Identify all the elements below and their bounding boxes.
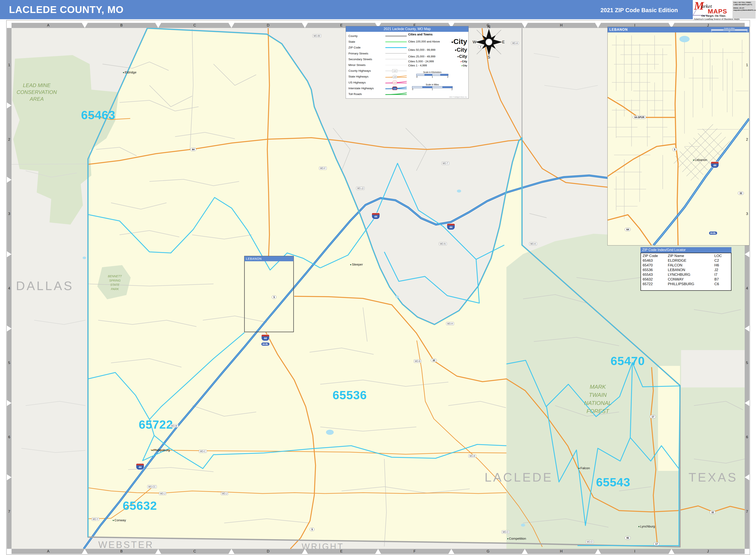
map-legend: 2021 Laclede County, MO Map County State… [346,26,469,99]
zip-index-row: 65722 PHILLIPSBURG C6 [641,282,731,287]
svg-text:123: 123 [393,76,396,78]
zip-index-table: ZIP Code Index/Grid Locator ZIP Code ZIP… [640,247,731,291]
lebanon-inset-map: LEBANON Scale in Miles 0 .25 .5 [607,27,749,246]
legend-cities: Cities and Towns Cities 100,000 and Abov… [408,33,467,68]
zip-index-row: 65536 LEBANON J2 [641,268,731,272]
inset-title-bar: LEBANON Scale in Miles 0 .25 .5 [607,27,749,33]
page: LACLEDE COUNTY, MO 2021 ZIP Code Basic E… [0,0,756,555]
zip-index-row: 65470 FALCON H6 [641,263,731,268]
zip-index-row: 65632 CONWAY B7 [641,277,731,282]
zip-index-row: 65463 ELDRIDGE C2 [641,258,731,263]
legend-title: 2021 Laclede County, MO Map [346,26,468,32]
scalebar-miles: Scale in Miles 012 [412,83,453,90]
inset-streets [607,27,749,245]
lebanon-box-title: LEBANON [246,257,262,260]
compass-rose [475,29,502,55]
svg-text:123: 123 [393,70,396,72]
scalebar-kilometers: Scale in Kilometers 012 [416,71,448,78]
svg-text:123: 123 [393,82,396,84]
inset-scalebar: Scale in Miles 0 .25 .5 [711,27,748,32]
zip-index-header-row: ZIP Code ZIP Name LOC [641,254,731,258]
inset-title: LEBANON [609,28,628,32]
legend-copyright: 2021 © Intelligent Direct, Inc. [449,96,467,98]
svg-text:123: 123 [393,88,396,90]
zip-index-rows: 65463 ELDRIDGE C2 65470 FALCON H6 65536 … [641,258,731,287]
zip-index-row: 65543 LYNCHBURG I7 [641,272,731,277]
legend-line-symbols: County State ZIP Code Primary Streets Se… [348,33,408,97]
zip-index-title: ZIP Code Index/Grid Locator [640,247,731,253]
